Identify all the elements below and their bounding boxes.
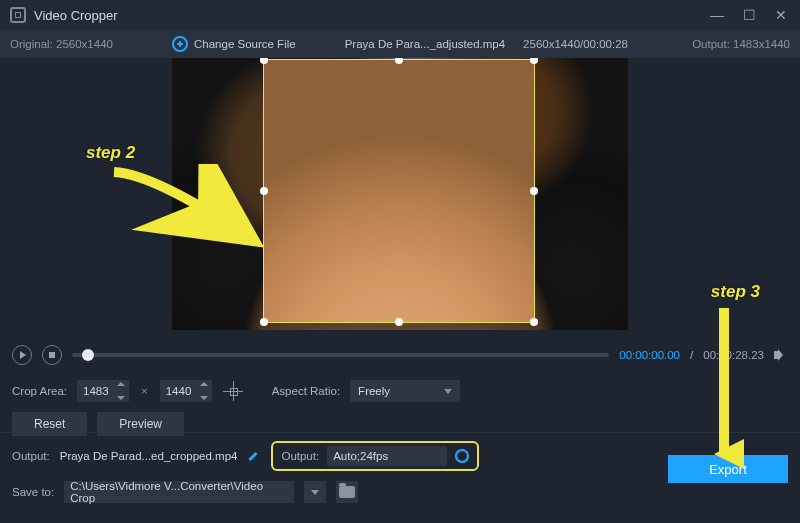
crop-handle-tm[interactable] [395,58,403,64]
preview-area: step 2 [0,58,800,338]
output-file-name: Praya De Parad...ed_cropped.mp4 [60,450,238,462]
play-button[interactable] [12,345,32,365]
aspect-ratio-label: Aspect Ratio: [272,385,340,397]
times-icon: × [141,385,148,397]
crop-rect[interactable] [264,60,534,322]
annotation-step2: step 2 [86,143,135,163]
original-dims: Original: 2560x1440 [10,38,113,50]
chevron-down-icon [444,389,452,394]
play-icon [20,351,26,359]
crop-handle-tl[interactable] [260,58,268,64]
chevron-down-icon [311,490,319,495]
crop-handle-bl[interactable] [260,318,268,326]
timeline-slider[interactable] [72,353,609,357]
save-path-dropdown[interactable] [304,481,326,503]
change-source-label: Change Source File [194,38,296,50]
crop-handle-bm[interactable] [395,318,403,326]
browse-folder-button[interactable] [336,481,358,503]
playbar: 00:00:00.00/00:00:28.23 [0,338,800,372]
window-title: Video Cropper [34,8,118,23]
source-filename: Praya De Para..._adjusted.mp4 [345,38,505,50]
maximize-button[interactable]: ☐ [740,6,758,24]
crop-width-input[interactable]: 1483 [77,380,129,402]
output-file-label: Output: [12,450,50,462]
gear-icon[interactable] [455,449,469,463]
timeline-knob[interactable] [82,349,94,361]
time-current: 00:00:00.00 [619,349,680,361]
time-total: 00:00:28.23 [703,349,764,361]
output-format-field[interactable]: Auto;24fps [327,446,447,466]
output-format-box: Output: Auto;24fps [271,441,479,471]
save-to-label: Save to: [12,486,54,498]
edit-filename-icon[interactable] [247,449,261,463]
info-bar: Original: 2560x1440 Change Source File P… [0,30,800,58]
change-source-button[interactable]: Change Source File [172,36,296,52]
aspect-ratio-select[interactable]: Freely [350,380,460,402]
video-preview[interactable] [172,58,628,330]
crop-handle-ml[interactable] [260,187,268,195]
source-meta: 2560x1440/00:00:28 [523,38,628,50]
crop-handle-mr[interactable] [530,187,538,195]
center-crop-button[interactable] [222,380,244,402]
stop-button[interactable] [42,345,62,365]
bottom-panel: Output: Praya De Parad...ed_cropped.mp4 … [0,433,800,513]
close-button[interactable]: ✕ [772,6,790,24]
app-logo-icon [10,7,26,23]
output-dims: Output: 1483x1440 [692,38,790,50]
time-sep: / [690,349,693,361]
minimize-button[interactable]: — [708,6,726,24]
output-format-label: Output: [281,450,319,462]
crop-height-input[interactable]: 1440 [160,380,212,402]
crop-handle-br[interactable] [530,318,538,326]
crop-area-label: Crop Area: [12,385,67,397]
titlebar: Video Cropper — ☐ ✕ [0,0,800,30]
volume-icon[interactable] [774,348,788,362]
export-button[interactable]: Export [668,455,788,483]
controls-panel: Crop Area: 1483 × 1440 Aspect Ratio: Fre… [0,372,800,432]
save-path-field[interactable]: C:\Users\Vidmore V...Converter\Video Cro… [64,481,294,503]
stop-icon [49,352,55,358]
plus-icon [172,36,188,52]
folder-icon [339,486,355,498]
